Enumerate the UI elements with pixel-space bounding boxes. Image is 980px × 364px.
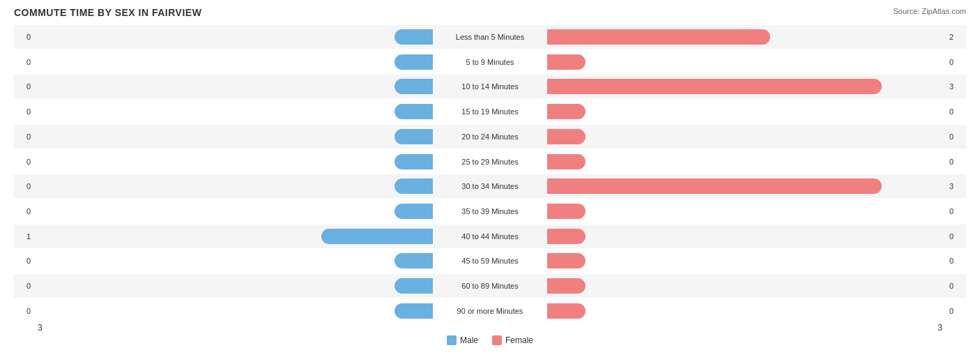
female-value: 0 (947, 257, 966, 265)
male-bar (395, 303, 433, 319)
row-label: 10 to 14 Minutes (433, 82, 547, 91)
female-bar-container (547, 50, 947, 74)
female-bar (547, 303, 585, 319)
male-bar (395, 129, 433, 144)
female-bar (547, 278, 585, 294)
male-value: 0 (14, 282, 33, 290)
female-value: 0 (947, 107, 966, 116)
male-bar-container (33, 100, 433, 123)
male-bar-container (33, 150, 433, 174)
row-label: 25 to 29 Minutes (433, 158, 547, 166)
male-value: 0 (14, 207, 33, 215)
male-bar (395, 204, 433, 219)
row-label: 60 to 89 Minutes (433, 282, 547, 290)
row-label: 90 or more Minutes (433, 307, 547, 315)
row-label: 15 to 19 Minutes (433, 107, 547, 116)
male-value: 0 (14, 107, 33, 116)
male-value: 0 (14, 58, 33, 66)
row-label: Less than 5 Minutes (433, 33, 547, 41)
male-bar-container (33, 174, 433, 198)
source-text: Source: ZipAtlas.com (893, 7, 966, 15)
female-bar-container (547, 25, 947, 49)
male-bar (395, 79, 433, 94)
legend-male: Male (447, 335, 478, 345)
male-value: 0 (14, 307, 33, 315)
male-value: 0 (14, 82, 33, 91)
row-label: 20 to 24 Minutes (433, 132, 547, 141)
chart-title: COMMUTE TIME BY SEX IN FAIRVIEW (14, 7, 201, 18)
male-swatch (447, 335, 457, 345)
table-row: 020 to 24 Minutes0 (14, 125, 966, 149)
male-bar (395, 54, 433, 70)
row-label: 45 to 59 Minutes (433, 257, 547, 265)
female-value: 0 (947, 307, 966, 315)
chart-container: COMMUTE TIME BY SEX IN FAIRVIEW Source: … (0, 0, 980, 364)
female-bar (547, 54, 585, 70)
female-bar-container (547, 150, 947, 174)
female-bar-container (547, 125, 947, 149)
table-row: 0Less than 5 Minutes2 (14, 25, 966, 49)
female-bar-container (547, 225, 947, 248)
male-bar-container (33, 75, 433, 98)
table-row: 060 to 89 Minutes0 (14, 274, 966, 298)
female-bar (547, 79, 882, 94)
chart-legend: Male Female (14, 335, 966, 345)
female-value: 0 (947, 232, 966, 241)
female-bar-container (547, 100, 947, 123)
table-row: 05 to 9 Minutes0 (14, 50, 966, 74)
male-bar-container (33, 249, 433, 273)
row-label: 5 to 9 Minutes (433, 58, 547, 66)
male-value: 0 (14, 132, 33, 141)
male-value: 0 (14, 182, 33, 190)
female-bar (547, 179, 882, 194)
male-value: 1 (14, 232, 33, 241)
male-bar-container (33, 225, 433, 248)
male-bar (395, 29, 433, 45)
male-bar-container (33, 299, 433, 323)
female-value: 0 (947, 58, 966, 66)
male-bar (395, 154, 433, 169)
male-value: 0 (14, 257, 33, 265)
axis-max-label: 3 (937, 323, 942, 333)
female-bar (547, 129, 585, 144)
female-bar (547, 204, 585, 219)
female-bar-container (547, 249, 947, 273)
row-label: 30 to 34 Minutes (433, 182, 547, 190)
female-bar-container (547, 75, 947, 98)
male-bar-container (33, 125, 433, 149)
row-label: 35 to 39 Minutes (433, 207, 547, 215)
female-bar-container (547, 274, 947, 298)
female-bar (547, 229, 585, 244)
row-label: 40 to 44 Minutes (433, 232, 547, 241)
female-value: 0 (947, 207, 966, 215)
female-value: 0 (947, 158, 966, 166)
female-bar (547, 253, 585, 268)
male-bar (395, 253, 433, 268)
male-bar (395, 104, 433, 119)
female-bar-container (547, 199, 947, 223)
male-bar-container (33, 25, 433, 49)
female-value: 3 (947, 182, 966, 190)
table-row: 140 to 44 Minutes0 (14, 225, 966, 248)
female-bar (547, 154, 585, 169)
female-value: 3 (947, 82, 966, 91)
female-value: 0 (947, 132, 966, 141)
female-bar-container (547, 299, 947, 323)
chart-area: 0Less than 5 Minutes205 to 9 Minutes0010… (14, 25, 966, 323)
male-bar (321, 229, 433, 244)
male-bar-container (33, 199, 433, 223)
male-bar (395, 179, 433, 194)
table-row: 015 to 19 Minutes0 (14, 100, 966, 123)
female-bar-container (547, 174, 947, 198)
table-row: 035 to 39 Minutes0 (14, 199, 966, 223)
axis-labels: 3 3 (14, 323, 966, 333)
male-value: 0 (14, 33, 33, 41)
male-bar-container (33, 50, 433, 74)
female-value: 0 (947, 282, 966, 290)
female-bar (547, 29, 770, 45)
table-row: 010 to 14 Minutes3 (14, 75, 966, 98)
female-label: Female (505, 335, 533, 345)
table-row: 045 to 59 Minutes0 (14, 249, 966, 273)
table-row: 030 to 34 Minutes3 (14, 174, 966, 198)
axis-min-label: 3 (38, 323, 43, 333)
